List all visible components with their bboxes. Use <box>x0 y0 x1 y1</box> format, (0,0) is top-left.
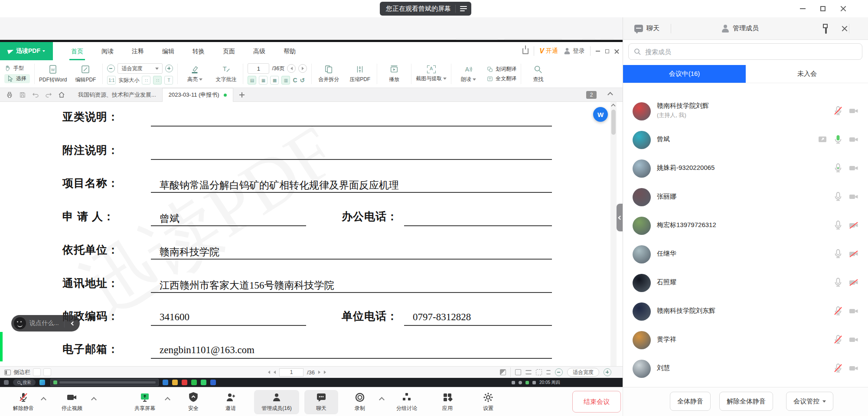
scrollbar-thumb[interactable] <box>611 110 616 135</box>
camera-icon[interactable] <box>848 306 859 316</box>
actual-size-icon[interactable]: 1:1 <box>107 76 116 84</box>
next-page-button[interactable] <box>298 64 307 73</box>
weather-icon[interactable] <box>39 380 45 385</box>
full-translate-button[interactable]: 全文翻译 <box>487 75 516 82</box>
mic-icon[interactable] <box>833 134 843 145</box>
document-tab-inactive[interactable]: 我国钨资源、技术和产业发展... <box>72 88 162 102</box>
invite-button[interactable]: 邀请 <box>210 390 251 414</box>
zoom-in-button[interactable] <box>165 65 173 72</box>
panel-popout-button[interactable] <box>825 26 827 33</box>
stop-video-button[interactable]: 停止视频 <box>51 390 93 414</box>
zoom-out-button[interactable] <box>555 368 563 376</box>
continuous-view-icon[interactable] <box>525 370 532 374</box>
camera-icon[interactable] <box>848 335 859 345</box>
status-page-input[interactable]: 1 <box>279 368 303 377</box>
fit-width-button[interactable]: ∷ <box>153 76 162 84</box>
member-row[interactable]: 梅宏标13979726312 <box>623 211 868 240</box>
tab-members[interactable]: 管理成员 <box>710 17 770 40</box>
mic-icon[interactable] <box>833 220 843 231</box>
last-page-icon[interactable] <box>324 370 326 374</box>
camera-icon[interactable] <box>848 163 859 173</box>
member-row[interactable]: 赣南科技学院刘辉(主持人, 我) <box>623 97 868 126</box>
single-page-view-button[interactable]: ▤ <box>248 76 256 84</box>
wechat-icon[interactable] <box>191 380 197 385</box>
sidebar-toggle-icon[interactable] <box>4 370 11 375</box>
mic-icon[interactable] <box>833 249 843 259</box>
tab-not-joined[interactable]: 未入会 <box>746 65 868 83</box>
app-blue-icon[interactable] <box>210 380 216 385</box>
home-icon[interactable] <box>58 91 65 98</box>
record-options-chevron[interactable] <box>379 397 385 403</box>
book-view-icon[interactable] <box>546 370 551 374</box>
form-value[interactable]: 赣南科技学院 <box>160 245 219 259</box>
end-meeting-button[interactable]: 结束会议 <box>572 391 621 413</box>
vip-upgrade-button[interactable]: V 开通 <box>539 47 558 55</box>
pdf-close-button[interactable] <box>614 49 619 54</box>
fit-page-button[interactable]: ∷ <box>142 76 150 84</box>
member-row[interactable]: 黄学祥 <box>623 326 868 354</box>
two-page-view-button[interactable]: ▦ <box>259 76 268 84</box>
mic-icon[interactable] <box>833 106 843 116</box>
member-row[interactable]: 姚姝莉-9320220065 <box>623 154 868 183</box>
app-green-icon[interactable] <box>201 380 206 385</box>
member-row[interactable]: 张丽娜 <box>623 183 868 211</box>
form-value[interactable]: 江西赣州市客家大道156号赣南科技学院 <box>160 279 334 292</box>
settings-button[interactable]: 设置 <box>467 390 509 414</box>
taskbar-search[interactable]: 搜索 <box>13 379 36 386</box>
mute-all-button[interactable]: 全体静音 <box>670 392 711 411</box>
member-row[interactable]: 刘慧 <box>623 354 868 383</box>
share-icon[interactable] <box>522 48 529 54</box>
mic-icon[interactable] <box>833 163 843 173</box>
pdf-menu-tab[interactable]: 首页 <box>71 42 83 60</box>
compress-pdf-button[interactable]: 压缩PDF <box>347 65 372 83</box>
forward-button[interactable] <box>43 368 51 376</box>
edit-pdf-button[interactable]: 编辑PDF <box>73 64 98 84</box>
single-view-icon[interactable] <box>515 369 521 375</box>
rotate-cw-icon[interactable]: C <box>293 77 297 84</box>
camera-icon[interactable] <box>848 363 859 374</box>
form-value[interactable]: 草酸钠常温分解白钨矿的矿相转化规律及界面反应机理 <box>160 179 399 192</box>
member-search[interactable] <box>628 43 862 60</box>
continuous-view-button[interactable]: ▥ <box>281 76 290 84</box>
apps-button[interactable]: 应用 <box>427 390 468 414</box>
screenshot-extract-button[interactable]: A 截图与提取 <box>416 65 447 82</box>
pdf-to-word-button[interactable]: W PDF转Word <box>39 64 67 84</box>
mic-icon[interactable] <box>833 335 843 345</box>
new-tab-button[interactable] <box>239 92 245 98</box>
undo-icon[interactable] <box>32 91 39 98</box>
tab-chat[interactable]: 聊天 <box>623 17 671 40</box>
camera-icon[interactable] <box>848 249 859 259</box>
form-value[interactable]: 曾斌 <box>160 212 179 225</box>
save-icon[interactable] <box>19 91 26 98</box>
pdf-minimize-button[interactable] <box>596 51 600 52</box>
pdf-app-logo[interactable]: 迅读PDF <box>0 42 53 60</box>
zoom-out-button[interactable] <box>107 65 115 72</box>
form-value[interactable]: 341600 <box>160 312 189 323</box>
camera-icon[interactable] <box>848 192 859 202</box>
member-row[interactable]: 曾斌 <box>623 126 868 154</box>
window-minimize-button[interactable] <box>798 4 807 13</box>
member-row[interactable]: 石照耀 <box>623 269 868 297</box>
redo-icon[interactable] <box>45 91 52 98</box>
pdf-menu-tab[interactable]: 阅读 <box>101 42 114 60</box>
pdf-menu-tab[interactable]: 转换 <box>193 42 205 60</box>
text-mode-button[interactable]: T <box>164 76 173 84</box>
tray-icon[interactable] <box>519 381 522 384</box>
tab-in-meeting[interactable]: 会议中(16) <box>623 65 746 83</box>
danmaku-input-pill[interactable]: 说点什么... <box>11 315 80 332</box>
camera-icon[interactable] <box>848 134 859 145</box>
mic-icon[interactable] <box>833 363 843 374</box>
two-page-view-icon[interactable] <box>536 369 542 375</box>
manage-members-button[interactable]: 管理成员(16) <box>254 390 299 414</box>
sidebar-label[interactable]: 侧边栏 <box>13 368 30 376</box>
share-options-chevron[interactable] <box>165 397 170 403</box>
unmute-button[interactable]: 解除静音 <box>3 390 44 414</box>
pdf-menu-tab[interactable]: 帮助 <box>284 42 296 60</box>
word-convert-float-button[interactable]: W <box>593 107 608 122</box>
mic-icon[interactable] <box>833 192 843 202</box>
taskbar-active-window[interactable] <box>50 379 159 386</box>
back-button[interactable] <box>33 368 41 376</box>
thumbnail-view-icon[interactable] <box>500 369 506 375</box>
find-button[interactable]: 查找 <box>525 65 551 83</box>
emoji-icon[interactable] <box>14 317 26 329</box>
